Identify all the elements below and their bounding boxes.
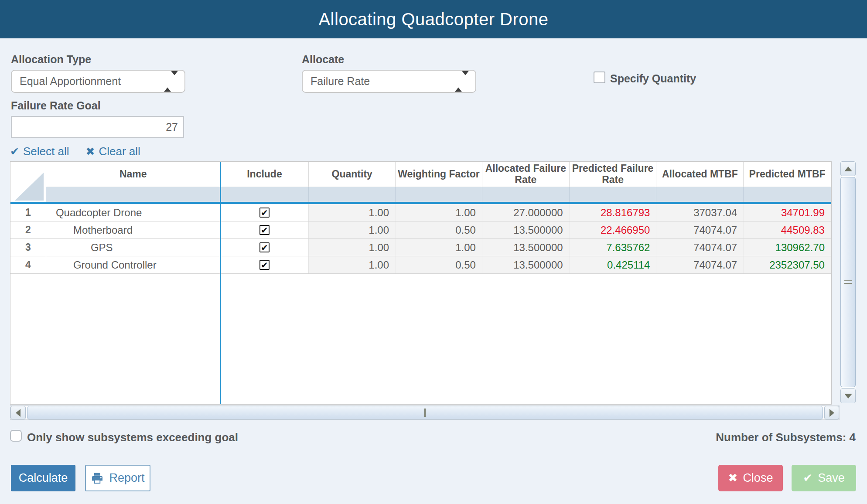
row-number-cell[interactable]: 4 (10, 256, 46, 273)
quantity-cell[interactable]: 1.00 (309, 256, 396, 273)
column-header-name[interactable]: Name (46, 162, 221, 187)
down-arrow-icon (844, 394, 852, 398)
column-header-allocated-failure-rate[interactable]: Allocated Failure Rate (482, 162, 570, 187)
allocation-type-label: Allocation Type (11, 53, 91, 66)
name-cell[interactable]: Ground Controller (46, 256, 221, 273)
failure-rate-goal-label: Failure Rate Goal (11, 99, 101, 112)
column-header-weighting-factor[interactable]: Weighting Factor (396, 162, 482, 187)
weighting-factor-cell[interactable]: 0.50 (396, 221, 482, 238)
only-show-exceeding-label[interactable]: Only show subsystems exceeding goal (27, 431, 238, 444)
row-number-cell[interactable]: 1 (10, 204, 46, 221)
calculate-button[interactable]: Calculate (11, 465, 75, 491)
filter-cell-allocated-mtbf[interactable] (656, 187, 744, 202)
filter-cell-name[interactable] (46, 187, 221, 202)
report-label: Report (109, 471, 144, 485)
table-row: 2 Motherboard ✔ 1.00 0.50 13.500000 22.4… (10, 221, 831, 239)
frozen-column-divider[interactable] (220, 162, 221, 404)
select-all-link[interactable]: ✔ Select all (10, 145, 69, 158)
filter-cell-predicted-failure-rate[interactable] (570, 187, 657, 202)
printer-icon (91, 472, 104, 484)
filter-cell-predicted-mtbf[interactable] (744, 187, 831, 202)
allocate-label: Allocate (302, 53, 344, 66)
specify-quantity-checkbox[interactable] (594, 72, 605, 83)
include-checkbox[interactable]: ✔ (259, 242, 270, 252)
allocation-type-select[interactable]: Equal Apportionment (11, 70, 185, 93)
dialog-titlebar: Allocating Quadcopter Drone (0, 0, 867, 38)
predicted-failure-rate-cell: 0.425114 (570, 256, 657, 273)
scroll-down-button[interactable] (840, 388, 856, 403)
allocated-mtbf-cell: 74074.07 (656, 239, 744, 256)
x-icon: ✖ (728, 471, 738, 485)
clear-all-label: Clear all (99, 145, 140, 158)
horizontal-scrollbar[interactable] (10, 405, 840, 420)
vertical-scrollbar[interactable] (840, 161, 856, 403)
subsystem-count: Number of Subsystems: 4 (716, 431, 856, 444)
filter-cell-include[interactable] (221, 187, 309, 202)
name-cell[interactable]: GPS (46, 239, 221, 256)
name-cell[interactable]: Motherboard (46, 221, 221, 238)
filter-cell-allocated-failure-rate[interactable] (482, 187, 570, 202)
include-cell: ✔ (221, 239, 309, 256)
weighting-factor-cell[interactable]: 1.00 (396, 204, 482, 221)
predicted-mtbf-cell: 34701.99 (744, 204, 831, 221)
weighting-factor-cell[interactable]: 0.50 (396, 256, 482, 273)
select-all-label: Select all (23, 145, 69, 158)
scroll-right-button[interactable] (824, 406, 839, 419)
allocated-mtbf-cell: 74074.07 (656, 256, 744, 273)
report-button[interactable]: Report (85, 465, 150, 491)
column-header-allocated-mtbf[interactable]: Allocated MTBF (656, 162, 744, 187)
quantity-cell[interactable]: 1.00 (309, 221, 396, 238)
dialog-title: Allocating Quadcopter Drone (318, 10, 548, 29)
column-header-quantity[interactable]: Quantity (309, 162, 396, 187)
close-label: Close (743, 471, 773, 485)
table-body: 1 Quadcopter Drone ✔ 1.00 1.00 27.000000… (10, 204, 831, 274)
weighting-factor-cell[interactable]: 1.00 (396, 239, 482, 256)
close-button[interactable]: ✖ Close (718, 465, 783, 491)
up-arrow-icon (844, 167, 852, 171)
include-checkbox[interactable]: ✔ (259, 225, 270, 235)
vertical-scrollbar-thumb[interactable] (840, 177, 856, 387)
column-header-include[interactable]: Include (221, 162, 309, 187)
scroll-left-button[interactable] (10, 406, 26, 419)
predicted-failure-rate-cell: 28.816793 (570, 204, 657, 221)
include-cell: ✔ (221, 221, 309, 238)
only-show-exceeding-checkbox[interactable] (10, 430, 22, 442)
left-arrow-icon (16, 409, 20, 417)
column-header-predicted-failure-rate[interactable]: Predicted Failure Rate (570, 162, 657, 187)
dropdown-arrows-icon (455, 75, 469, 88)
row-number-cell[interactable]: 3 (10, 239, 46, 256)
scroll-up-button[interactable] (840, 161, 856, 176)
predicted-failure-rate-cell: 7.635762 (570, 239, 657, 256)
include-checkbox[interactable]: ✔ (259, 260, 270, 270)
allocated-failure-rate-cell: 13.500000 (482, 239, 570, 256)
filter-cell-quantity[interactable] (309, 187, 396, 202)
predicted-mtbf-cell: 2352307.50 (744, 256, 831, 273)
horizontal-scrollbar-thumb[interactable] (27, 406, 823, 419)
clear-all-link[interactable]: ✖ Clear all (85, 145, 140, 158)
column-header-predicted-mtbf[interactable]: Predicted MTBF (744, 162, 831, 187)
save-button[interactable]: ✔ Save (792, 465, 856, 491)
corner-triangle-icon (15, 173, 44, 201)
filter-cell-weighting-factor[interactable] (396, 187, 482, 202)
allocated-failure-rate-cell: 13.500000 (482, 221, 570, 238)
grid-corner-select-all[interactable] (10, 162, 46, 202)
predicted-mtbf-cell: 130962.70 (744, 239, 831, 256)
grid-filter-row (46, 187, 831, 202)
table-row: 3 GPS ✔ 1.00 1.00 13.500000 7.635762 740… (10, 239, 831, 256)
specify-quantity-label[interactable]: Specify Quantity (610, 72, 696, 85)
quantity-cell[interactable]: 1.00 (309, 239, 396, 256)
failure-rate-goal-input[interactable] (11, 116, 184, 138)
quantity-cell[interactable]: 1.00 (309, 204, 396, 221)
include-checkbox[interactable]: ✔ (259, 208, 270, 218)
row-number-cell[interactable]: 2 (10, 221, 46, 238)
include-cell: ✔ (221, 256, 309, 273)
x-icon: ✖ (85, 145, 95, 158)
right-arrow-icon (829, 409, 834, 417)
allocation-dialog: Allocating Quadcopter Drone Allocation T… (0, 0, 867, 504)
allocated-failure-rate-cell: 13.500000 (482, 256, 570, 273)
table-row: 4 Ground Controller ✔ 1.00 0.50 13.50000… (10, 256, 831, 274)
allocate-value: Failure Rate (311, 75, 370, 88)
check-icon: ✔ (10, 145, 19, 158)
allocate-select[interactable]: Failure Rate (302, 70, 476, 93)
name-cell[interactable]: Quadcopter Drone (46, 204, 221, 221)
